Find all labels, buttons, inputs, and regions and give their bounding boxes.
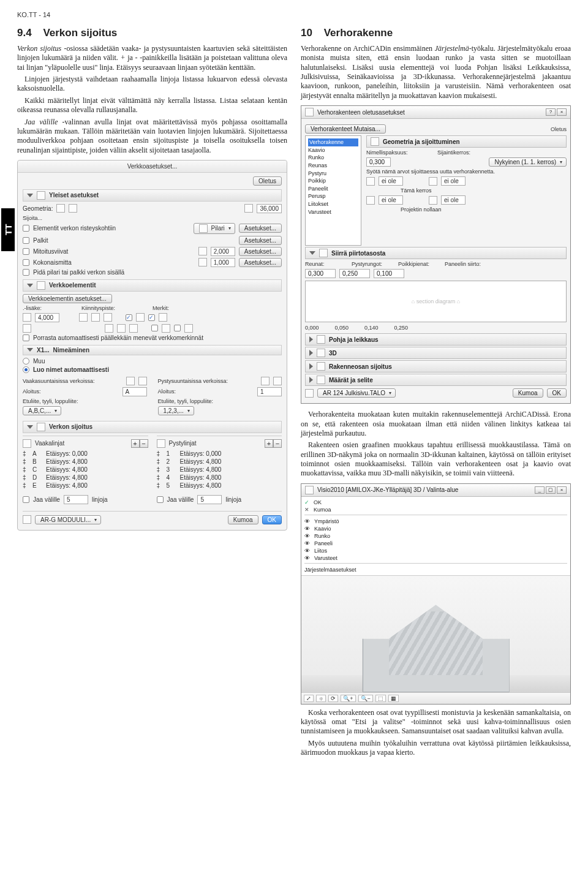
mutaisa-button[interactable]: Verhorakenteet Mutaisa... (305, 124, 386, 134)
menu-item[interactable]: Varusteet (304, 554, 567, 562)
ok-button[interactable]: OK (547, 388, 567, 398)
jaa-input[interactable]: 5 (64, 495, 88, 504)
max-icon[interactable]: ▢ (546, 486, 556, 494)
aloitus-p-input[interactable]: 1 (257, 387, 282, 396)
list-item[interactable]: ‡DEtäisyys: 4,800 (23, 474, 148, 482)
viewer-toolbar[interactable]: ⤢☼⟳🔍+🔍−⬚▦ (301, 692, 570, 704)
asetukset-button[interactable]: Asetukset... (239, 258, 282, 267)
pystyr-input[interactable]: 0,250 (339, 269, 370, 278)
tree-item[interactable]: Pystyru (308, 170, 358, 178)
shape-icon[interactable] (56, 204, 65, 213)
geometria-input[interactable]: 36,000 (257, 204, 282, 213)
list-item[interactable]: ‡AEtäisyys: 0,000 (23, 450, 148, 458)
list-item[interactable]: ‡5Etäisyys: 4,800 (157, 482, 282, 489)
asetukset-button[interactable]: Asetukset... (239, 224, 282, 233)
checkbox[interactable] (23, 259, 29, 266)
menu-item[interactable]: Runko (304, 532, 567, 540)
list-item[interactable]: ‡CEtäisyys: 4,800 (23, 466, 148, 474)
min-icon[interactable]: _ (535, 486, 545, 494)
lisake-input[interactable]: 4,000 (35, 313, 59, 322)
plus-minus[interactable]: +− (131, 439, 148, 448)
checkbox[interactable] (23, 334, 29, 341)
tool-icon[interactable]: ☼ (316, 695, 326, 702)
anchor-icon[interactable] (117, 324, 126, 333)
checkbox[interactable] (23, 269, 29, 276)
tree-item[interactable]: Perusp (308, 192, 358, 200)
jaa-checkbox[interactable] (157, 496, 164, 503)
eiole-input[interactable]: ei ole (441, 195, 466, 205)
luo-radio[interactable] (23, 366, 29, 373)
menu-item[interactable]: Liitos (304, 547, 567, 554)
rakenneosan-bar[interactable]: Rakenneosan sijoitus (305, 360, 567, 372)
yleiset-head[interactable]: Yleiset asetukset (23, 189, 282, 202)
tree-item[interactable]: Kaavio (308, 146, 358, 154)
lisake-icon[interactable] (23, 313, 31, 322)
eiole-input[interactable]: ei ole (379, 176, 403, 186)
building-model[interactable] (363, 600, 510, 692)
tree-item[interactable]: Paneelit (308, 185, 358, 193)
tool-icon[interactable]: ⬚ (375, 695, 386, 702)
menu-item[interactable]: Kaavio (304, 525, 567, 532)
jaa-input[interactable]: 5 (197, 495, 222, 504)
list-item[interactable]: ‡4Etäisyys: 4,800 (157, 474, 282, 482)
nimeaminen-head[interactable]: X1...Nimeäminen (23, 345, 282, 355)
anchor-icon[interactable] (105, 324, 113, 333)
aloitus-v-input[interactable]: A (123, 387, 147, 396)
maarat-bar[interactable]: Määrät ja selite (305, 374, 567, 386)
help-icon[interactable]: ? (546, 108, 556, 116)
3d-scene[interactable] (301, 576, 570, 692)
list-item[interactable]: ‡BEtäisyys: 4,800 (23, 458, 148, 466)
sk-select[interactable]: Nykyinen (1. 1. kerros)▾ (489, 157, 567, 167)
menu-item[interactable]: Paneeli (304, 540, 567, 547)
anchor-icon[interactable] (129, 324, 138, 333)
layer-select[interactable]: AR 124 Julkisivu.TALO▾ (317, 388, 396, 398)
checkbox[interactable] (23, 237, 29, 244)
jaa-checkbox[interactable] (23, 496, 29, 503)
merkit-check[interactable] (174, 325, 181, 331)
kumoa-button[interactable]: Kumoa (228, 515, 258, 524)
tool-icon[interactable]: 🔍− (358, 695, 373, 702)
dir-icon[interactable] (261, 377, 270, 385)
muu-radio[interactable] (23, 358, 29, 365)
pohja-bar[interactable]: Pohja ja leikkaus (305, 333, 567, 346)
merkit-check[interactable] (126, 314, 132, 321)
eiole-input[interactable]: ei ole (441, 176, 466, 186)
dir-icon[interactable] (138, 377, 147, 385)
poikkip-input[interactable]: 0,100 (374, 269, 404, 278)
anchor-icon[interactable] (79, 313, 88, 322)
list-item[interactable]: ‡1Etäisyys: 0,000 (157, 450, 282, 458)
tree-item[interactable]: Poikkip (308, 177, 358, 185)
list-item[interactable]: ‡EEtäisyys: 4,800 (23, 482, 148, 489)
menu-item[interactable]: Kumoa (304, 506, 567, 513)
3d-bar[interactable]: 3D (305, 347, 567, 359)
tree[interactable]: Verhorakenne Kaavio Runko Reunas Pystyru… (305, 135, 361, 246)
kokonaismitta-input[interactable]: 1,000 (211, 258, 235, 267)
list-item[interactable]: ‡2Etäisyys: 4,800 (157, 458, 282, 466)
menu-item[interactable]: Järjestelmäasetukset (304, 566, 567, 573)
checkbox[interactable] (23, 225, 29, 232)
siirra-bar[interactable]: Siirrä piirtotasosta (305, 247, 567, 259)
tree-item[interactable]: Verhorakenne (308, 138, 358, 146)
menu-item[interactable]: OK (304, 499, 567, 506)
ok-button[interactable]: OK (262, 515, 282, 524)
merkit-check[interactable] (148, 314, 155, 321)
verkkoelementin-button[interactable]: Verkkoelementin asetukset... (23, 294, 112, 303)
asetukset-button[interactable]: Asetukset... (239, 247, 282, 256)
geometria-bar[interactable]: Geometria ja sijoittuminen (366, 135, 567, 148)
dir-icon[interactable] (126, 377, 135, 385)
anchor-icon[interactable] (104, 313, 112, 322)
tree-item[interactable]: Varusteet (308, 208, 358, 216)
tool-icon[interactable]: 🔍+ (341, 695, 355, 702)
reunat-input[interactable]: 0,300 (305, 269, 336, 278)
etl-v-select[interactable]: A,B,C,...▾ (23, 406, 61, 415)
verkkoelementit-head[interactable]: Verkkoelementit (23, 279, 282, 292)
shape-icon[interactable] (69, 204, 77, 213)
list-item[interactable]: ‡3Etäisyys: 4,800 (157, 466, 282, 474)
close-icon[interactable]: × (557, 108, 567, 116)
kumoa-button[interactable]: Kumoa (513, 388, 543, 398)
tree-item[interactable]: Liitokset (308, 200, 358, 208)
checkbox[interactable] (23, 248, 29, 255)
np-input[interactable]: 0,300 (366, 157, 391, 167)
sijoitus-head[interactable]: Verkon sijoitus (23, 421, 282, 433)
mitoitus-input[interactable]: 2,000 (211, 247, 235, 256)
